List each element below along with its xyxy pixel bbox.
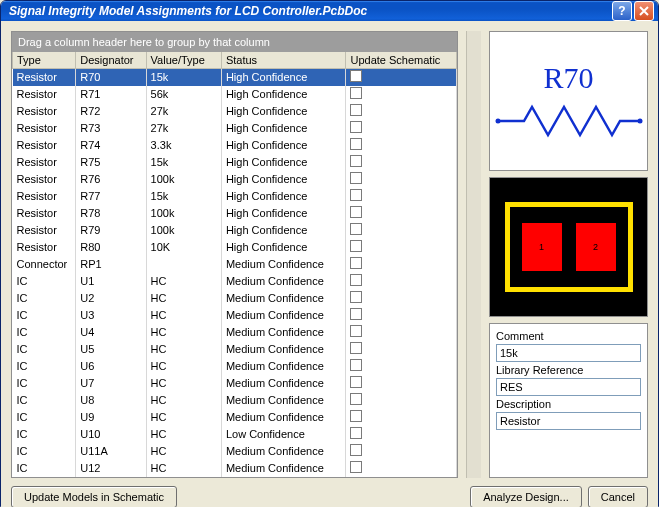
cell[interactable]: Medium Confidence bbox=[221, 409, 346, 426]
cell[interactable]: High Confidence bbox=[221, 137, 346, 154]
cell[interactable]: 3.3k bbox=[146, 137, 221, 154]
update-cell[interactable] bbox=[346, 171, 457, 188]
cell[interactable]: High Confidence bbox=[221, 222, 346, 239]
cell[interactable]: High Confidence bbox=[221, 103, 346, 120]
cell[interactable]: 27k bbox=[146, 103, 221, 120]
update-checkbox[interactable] bbox=[350, 155, 362, 167]
table-row[interactable]: ICU3HCMedium Confidence bbox=[13, 307, 457, 324]
grid-scrollbar[interactable] bbox=[466, 31, 481, 478]
titlebar[interactable]: Signal Integrity Model Assignments for L… bbox=[1, 1, 658, 21]
update-cell[interactable] bbox=[346, 120, 457, 137]
table-row[interactable]: ICU8HCMedium Confidence bbox=[13, 392, 457, 409]
cell[interactable]: U4 bbox=[76, 324, 146, 341]
cell[interactable]: Resistor bbox=[13, 86, 76, 103]
close-button[interactable] bbox=[634, 1, 654, 21]
update-checkbox[interactable] bbox=[350, 240, 362, 252]
cell[interactable]: Resistor bbox=[13, 188, 76, 205]
table-row[interactable]: ResistorR7715kHigh Confidence bbox=[13, 188, 457, 205]
cell[interactable]: IC bbox=[13, 460, 76, 477]
cell[interactable]: U7 bbox=[76, 375, 146, 392]
col-value[interactable]: Value/Type bbox=[146, 52, 221, 69]
cell[interactable]: Medium Confidence bbox=[221, 392, 346, 409]
cell[interactable]: Medium Confidence bbox=[221, 290, 346, 307]
update-checkbox[interactable] bbox=[350, 223, 362, 235]
update-cell[interactable] bbox=[346, 443, 457, 460]
update-cell[interactable] bbox=[346, 341, 457, 358]
libref-field[interactable]: RES bbox=[496, 378, 641, 396]
update-checkbox[interactable] bbox=[350, 121, 362, 133]
table-row[interactable]: ICU10HCLow Confidence bbox=[13, 426, 457, 443]
cell[interactable]: Resistor bbox=[13, 154, 76, 171]
cell[interactable]: 56k bbox=[146, 86, 221, 103]
cell[interactable]: U12 bbox=[76, 460, 146, 477]
update-cell[interactable] bbox=[346, 426, 457, 443]
cell[interactable]: HC bbox=[146, 307, 221, 324]
cell[interactable]: R74 bbox=[76, 137, 146, 154]
update-cell[interactable] bbox=[346, 375, 457, 392]
col-designator[interactable]: Designator bbox=[76, 52, 146, 69]
cell[interactable]: High Confidence bbox=[221, 120, 346, 137]
cell[interactable]: HC bbox=[146, 341, 221, 358]
cell[interactable]: R72 bbox=[76, 103, 146, 120]
table-row[interactable]: ICU2HCMedium Confidence bbox=[13, 290, 457, 307]
cell[interactable]: Resistor bbox=[13, 239, 76, 256]
cell[interactable]: High Confidence bbox=[221, 86, 346, 103]
update-cell[interactable] bbox=[346, 239, 457, 256]
cell[interactable]: Medium Confidence bbox=[221, 443, 346, 460]
update-cell[interactable] bbox=[346, 205, 457, 222]
cell[interactable]: HC bbox=[146, 392, 221, 409]
cell[interactable]: Connector bbox=[13, 256, 76, 273]
table-row[interactable]: ResistorR743.3kHigh Confidence bbox=[13, 137, 457, 154]
cell[interactable]: Resistor bbox=[13, 120, 76, 137]
cell[interactable]: IC bbox=[13, 392, 76, 409]
cell[interactable]: IC bbox=[13, 324, 76, 341]
update-cell[interactable] bbox=[346, 392, 457, 409]
table-row[interactable]: ICU4HCMedium Confidence bbox=[13, 324, 457, 341]
update-cell[interactable] bbox=[346, 324, 457, 341]
cell[interactable]: R70 bbox=[76, 69, 146, 86]
update-checkbox[interactable] bbox=[350, 410, 362, 422]
cell[interactable]: HC bbox=[146, 443, 221, 460]
cell[interactable]: Resistor bbox=[13, 205, 76, 222]
update-cell[interactable] bbox=[346, 290, 457, 307]
cell[interactable]: 15k bbox=[146, 154, 221, 171]
update-cell[interactable] bbox=[346, 307, 457, 324]
cell[interactable]: Medium Confidence bbox=[221, 375, 346, 392]
cell[interactable]: IC bbox=[13, 443, 76, 460]
cell[interactable]: R73 bbox=[76, 120, 146, 137]
table-row[interactable]: ICU5HCMedium Confidence bbox=[13, 341, 457, 358]
table-row[interactable]: ICU6HCMedium Confidence bbox=[13, 358, 457, 375]
update-checkbox[interactable] bbox=[350, 172, 362, 184]
cell[interactable]: HC bbox=[146, 273, 221, 290]
cell[interactable]: Resistor bbox=[13, 69, 76, 86]
cell[interactable]: R76 bbox=[76, 171, 146, 188]
update-checkbox[interactable] bbox=[350, 87, 362, 99]
cell[interactable]: R78 bbox=[76, 205, 146, 222]
groupby-bar[interactable]: Drag a column header here to group by th… bbox=[12, 32, 457, 52]
update-cell[interactable] bbox=[346, 358, 457, 375]
cell[interactable]: Resistor bbox=[13, 103, 76, 120]
cell[interactable]: IC bbox=[13, 273, 76, 290]
update-checkbox[interactable] bbox=[350, 461, 362, 473]
update-cell[interactable] bbox=[346, 137, 457, 154]
cell[interactable]: Resistor bbox=[13, 137, 76, 154]
update-checkbox[interactable] bbox=[350, 427, 362, 439]
help-button[interactable]: ? bbox=[612, 1, 632, 21]
update-cell[interactable] bbox=[346, 222, 457, 239]
update-cell[interactable] bbox=[346, 256, 457, 273]
cell[interactable]: HC bbox=[146, 426, 221, 443]
analyze-button[interactable]: Analyze Design... bbox=[470, 486, 582, 508]
cell[interactable]: High Confidence bbox=[221, 154, 346, 171]
update-cell[interactable] bbox=[346, 69, 457, 86]
cell[interactable]: R75 bbox=[76, 154, 146, 171]
update-checkbox[interactable] bbox=[350, 444, 362, 456]
update-checkbox[interactable] bbox=[350, 291, 362, 303]
update-checkbox[interactable] bbox=[350, 138, 362, 150]
cell[interactable]: Resistor bbox=[13, 171, 76, 188]
col-type[interactable]: Type bbox=[13, 52, 76, 69]
cell[interactable]: 10K bbox=[146, 239, 221, 256]
cell[interactable]: Low Confidence bbox=[221, 426, 346, 443]
table-row[interactable]: ResistorR78100kHigh Confidence bbox=[13, 205, 457, 222]
update-cell[interactable] bbox=[346, 86, 457, 103]
cell[interactable]: U8 bbox=[76, 392, 146, 409]
